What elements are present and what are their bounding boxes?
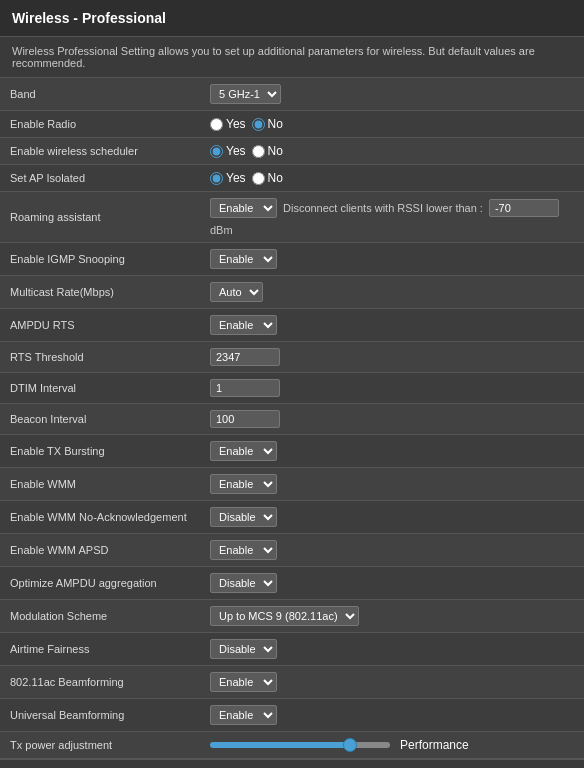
tx-power-container: Performance <box>210 738 574 752</box>
roaming-disconnect-text: Disconnect clients with RSSI lower than … <box>283 202 483 214</box>
ap-isolated-group: Yes No <box>210 171 574 185</box>
universal-beamforming-label: Universal Beamforming <box>0 699 200 732</box>
enable-radio-label: Enable Radio <box>0 111 200 138</box>
band-label: Band <box>0 78 200 111</box>
wireless-scheduler-row: Enable wireless scheduler Yes No <box>0 138 584 165</box>
wmm-row: Enable WMM Enable Disable <box>0 468 584 501</box>
ap-isolated-no-input[interactable] <box>252 172 265 185</box>
igmp-snooping-select[interactable]: Enable Disable <box>210 249 277 269</box>
dbm-label: dBm <box>210 224 233 236</box>
rts-threshold-label: RTS Threshold <box>0 342 200 373</box>
beacon-interval-label: Beacon Interval <box>0 404 200 435</box>
page-title: Wireless - Professional <box>0 0 584 37</box>
roaming-enable-select[interactable]: Enable Disable <box>210 198 277 218</box>
modulation-scheme-select[interactable]: Up to MCS 9 (802.11ac) Up to MCS 7 Up to… <box>210 606 359 626</box>
ap-isolated-label: Set AP Isolated <box>0 165 200 192</box>
beamforming-80211ac-select[interactable]: Enable Disable <box>210 672 277 692</box>
wmm-label: Enable WMM <box>0 468 200 501</box>
page-description: Wireless Professional Setting allows you… <box>0 37 584 78</box>
wireless-scheduler-no[interactable]: No <box>252 144 283 158</box>
wmm-no-ack-label: Enable WMM No-Acknowledgement <box>0 501 200 534</box>
band-select[interactable]: 5 GHz-1 2.4 GHz 5 GHz-2 <box>210 84 281 104</box>
wireless-scheduler-yes[interactable]: Yes <box>210 144 246 158</box>
dtim-interval-label: DTIM Interval <box>0 373 200 404</box>
wireless-scheduler-group: Yes No <box>210 144 574 158</box>
roaming-assistant-label: Roaming assistant <box>0 192 200 243</box>
airtime-fairness-select[interactable]: Disable Enable <box>210 639 277 659</box>
optimize-ampdu-label: Optimize AMPDU aggregation <box>0 567 200 600</box>
beacon-interval-row: Beacon Interval <box>0 404 584 435</box>
beamforming-80211ac-row: 802.11ac Beamforming Enable Disable <box>0 666 584 699</box>
tx-power-row: Tx power adjustment Performance <box>0 732 584 759</box>
tx-power-slider[interactable] <box>210 742 390 748</box>
enable-radio-group: Yes No <box>210 117 574 131</box>
modulation-scheme-label: Modulation Scheme <box>0 600 200 633</box>
rts-threshold-row: RTS Threshold <box>0 342 584 373</box>
enable-radio-row: Enable Radio Yes No <box>0 111 584 138</box>
optimize-ampdu-select[interactable]: Disable Enable <box>210 573 277 593</box>
wireless-scheduler-label: Enable wireless scheduler <box>0 138 200 165</box>
tx-power-value: Performance <box>400 738 469 752</box>
beacon-interval-input[interactable] <box>210 410 280 428</box>
multicast-rate-select[interactable]: Auto 1 2 5.5 11 <box>210 282 263 302</box>
multicast-rate-row: Multicast Rate(Mbps) Auto 1 2 5.5 11 <box>0 276 584 309</box>
settings-table: Band 5 GHz-1 2.4 GHz 5 GHz-2 Enable Radi… <box>0 78 584 759</box>
modulation-scheme-row: Modulation Scheme Up to MCS 9 (802.11ac)… <box>0 600 584 633</box>
airtime-fairness-row: Airtime Fairness Disable Enable <box>0 633 584 666</box>
enable-radio-yes-input[interactable] <box>210 118 223 131</box>
ap-isolated-yes-input[interactable] <box>210 172 223 185</box>
universal-beamforming-select[interactable]: Enable Disable <box>210 705 277 725</box>
multicast-rate-label: Multicast Rate(Mbps) <box>0 276 200 309</box>
igmp-snooping-row: Enable IGMP Snooping Enable Disable <box>0 243 584 276</box>
optimize-ampdu-row: Optimize AMPDU aggregation Disable Enabl… <box>0 567 584 600</box>
enable-radio-yes[interactable]: Yes <box>210 117 246 131</box>
apply-section: Apply <box>0 759 584 768</box>
tx-power-label: Tx power adjustment <box>0 732 200 759</box>
roaming-assistant-row: Roaming assistant Enable Disable Disconn… <box>0 192 584 243</box>
igmp-snooping-label: Enable IGMP Snooping <box>0 243 200 276</box>
wmm-no-ack-select[interactable]: Disable Enable <box>210 507 277 527</box>
wmm-select[interactable]: Enable Disable <box>210 474 277 494</box>
ampdu-rts-label: AMPDU RTS <box>0 309 200 342</box>
wmm-apsd-label: Enable WMM APSD <box>0 534 200 567</box>
ampdu-rts-select[interactable]: Enable Disable <box>210 315 277 335</box>
wmm-apsd-row: Enable WMM APSD Enable Disable <box>0 534 584 567</box>
dtim-interval-row: DTIM Interval <box>0 373 584 404</box>
universal-beamforming-row: Universal Beamforming Enable Disable <box>0 699 584 732</box>
beamforming-80211ac-label: 802.11ac Beamforming <box>0 666 200 699</box>
tx-bursting-label: Enable TX Bursting <box>0 435 200 468</box>
ampdu-rts-row: AMPDU RTS Enable Disable <box>0 309 584 342</box>
tx-bursting-select[interactable]: Enable Disable <box>210 441 277 461</box>
ap-isolated-yes[interactable]: Yes <box>210 171 246 185</box>
wireless-scheduler-yes-input[interactable] <box>210 145 223 158</box>
dtim-interval-input[interactable] <box>210 379 280 397</box>
band-row: Band 5 GHz-1 2.4 GHz 5 GHz-2 <box>0 78 584 111</box>
airtime-fairness-label: Airtime Fairness <box>0 633 200 666</box>
wireless-scheduler-no-input[interactable] <box>252 145 265 158</box>
roaming-assistant-controls: Enable Disable Disconnect clients with R… <box>210 198 574 236</box>
enable-radio-no-input[interactable] <box>252 118 265 131</box>
wmm-apsd-select[interactable]: Enable Disable <box>210 540 277 560</box>
enable-radio-no[interactable]: No <box>252 117 283 131</box>
tx-bursting-row: Enable TX Bursting Enable Disable <box>0 435 584 468</box>
ap-isolated-row: Set AP Isolated Yes No <box>0 165 584 192</box>
ap-isolated-no[interactable]: No <box>252 171 283 185</box>
rssi-input[interactable] <box>489 199 559 217</box>
rts-threshold-input[interactable] <box>210 348 280 366</box>
wmm-no-ack-row: Enable WMM No-Acknowledgement Disable En… <box>0 501 584 534</box>
